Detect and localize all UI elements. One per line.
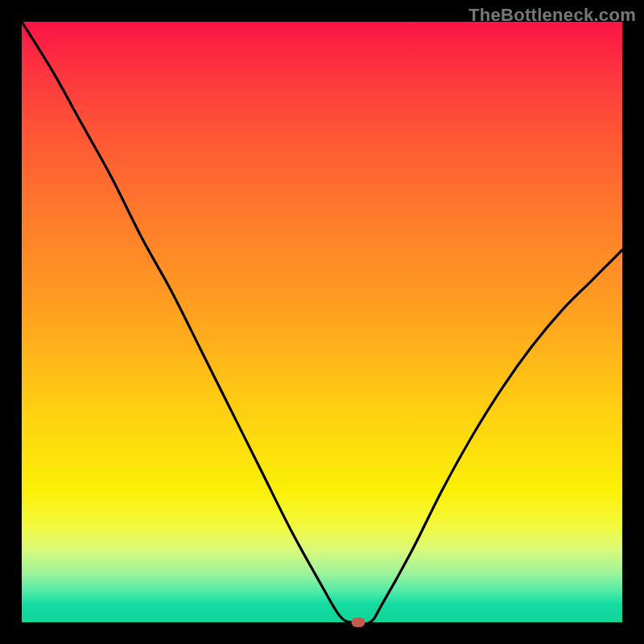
plot-area xyxy=(22,22,622,622)
watermark-text: TheBottleneck.com xyxy=(469,5,636,26)
chart-frame: TheBottleneck.com xyxy=(0,0,644,644)
optimum-marker xyxy=(351,617,365,627)
bottleneck-curve xyxy=(22,22,622,622)
